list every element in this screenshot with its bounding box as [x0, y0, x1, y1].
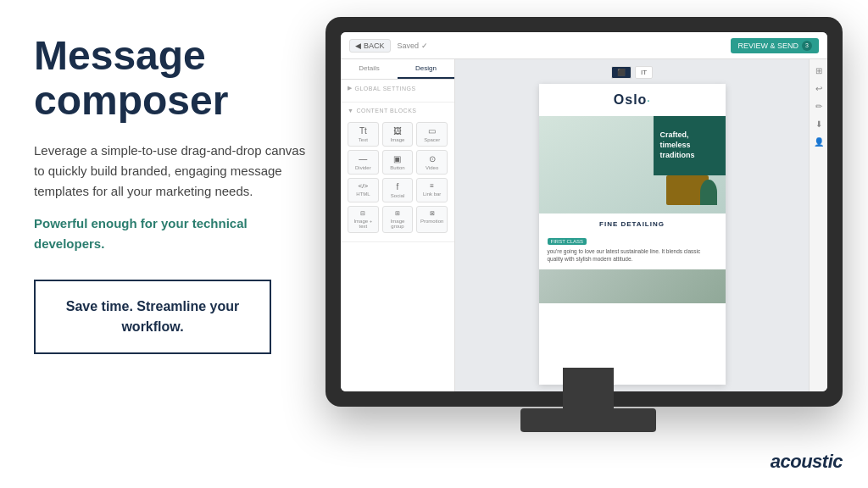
screen-canvas: ⬛ IT Oslo· [455, 59, 809, 391]
email-bottom-image [539, 269, 726, 303]
check-icon: ✓ [421, 42, 428, 50]
desktop-icon: ⬛ [617, 69, 626, 76]
monitor-container: ◀ BACK Saved ✓ REVIEW & SEND 3 [326, 17, 851, 466]
content-blocks-section: ▼ CONTENT BLOCKS Tt Text 🖼 Image [341, 103, 454, 242]
monitor-screen: ◀ BACK Saved ✓ REVIEW & SEND 3 [341, 32, 827, 391]
content-blocks-title: ▼ CONTENT BLOCKS [348, 108, 448, 114]
mobile-view-button[interactable]: IT [635, 66, 653, 79]
block-linkbar[interactable]: ≡ Link bar [416, 178, 448, 202]
button-icon: ▣ [393, 154, 401, 164]
divider-icon: — [359, 154, 367, 164]
block-button[interactable]: ▣ Button [382, 150, 414, 175]
hero-overlay-text: Crafted, timeless traditions [660, 130, 719, 160]
tab-design[interactable]: Design [398, 59, 454, 79]
chevron-right-icon: ▶ [348, 85, 353, 92]
left-panel: Message composer Leverage a simple-to-us… [34, 34, 314, 354]
screen-sidebar: Details Design ▶ GLOBAL SETTINGS [341, 59, 455, 391]
block-spacer[interactable]: ▭ Spacer [416, 122, 448, 147]
pen-icon[interactable]: ✏ [815, 102, 822, 111]
hero-plant [700, 180, 717, 205]
block-image-group[interactable]: ⊞ Image group [382, 206, 414, 233]
email-preview: Oslo· Crafted, timeless tra [539, 84, 726, 385]
block-social[interactable]: f Social [382, 178, 414, 202]
back-arrow-icon: ◀ [355, 42, 361, 50]
block-image[interactable]: 🖼 Image [382, 122, 414, 147]
highlight-text: Powerful enough for your technical devel… [34, 214, 314, 254]
hero-overlay: Crafted, timeless traditions [654, 116, 726, 175]
mobile-icon: IT [641, 69, 647, 76]
image-text-icon: ⊟ [360, 210, 365, 217]
screen-right-icons: ⊞ ↩ ✏ ⬇ 👤 [809, 59, 827, 391]
block-divider[interactable]: — Divider [348, 150, 379, 175]
canvas-toolbar: ⬛ IT [611, 66, 653, 79]
screen-body: Details Design ▶ GLOBAL SETTINGS [341, 59, 827, 391]
email-bottom-img-inner [539, 269, 726, 303]
description-text: Leverage a simple-to-use drag-and-drop c… [34, 141, 314, 202]
spacer-icon: ▭ [428, 126, 436, 136]
review-badge: 3 [802, 41, 812, 51]
email-hero: Crafted, timeless traditions [539, 116, 726, 214]
desktop-view-button[interactable]: ⬛ [611, 66, 632, 79]
review-send-button[interactable]: REVIEW & SEND 3 [731, 38, 819, 53]
image-group-icon: ⊞ [395, 210, 400, 217]
sidebar-tabs: Details Design [341, 59, 454, 80]
screen-header: ◀ BACK Saved ✓ REVIEW & SEND 3 [341, 32, 827, 59]
acoustic-logo: acoustic [771, 451, 843, 473]
email-header: Oslo· [539, 84, 726, 116]
email-section-body: FIRST CLASS you're going to love our lat… [539, 231, 726, 269]
email-body-text: you're going to love our latest sustaina… [548, 247, 717, 263]
image-icon: 🖼 [393, 126, 402, 136]
block-html[interactable]: </> HTML [348, 178, 379, 202]
html-icon: </> [359, 182, 369, 190]
email-pill: FIRST CLASS [548, 238, 587, 245]
block-promotion[interactable]: ⊠ Promotion [416, 206, 448, 233]
linkbar-icon: ≡ [430, 182, 434, 190]
main-title: Message composer [34, 34, 314, 124]
email-section-title: FINE DETAILING [539, 214, 726, 231]
block-image-text[interactable]: ⊟ Image + text [348, 206, 379, 233]
layers-icon[interactable]: ⊞ [815, 66, 822, 75]
cta-box[interactable]: Save time. Streamline your workflow. [34, 280, 271, 354]
email-brand: Oslo· [548, 92, 717, 108]
saved-label: Saved ✓ [398, 42, 429, 50]
block-text[interactable]: Tt Text [348, 122, 379, 147]
monitor-base [520, 408, 656, 432]
social-icon: f [397, 182, 399, 191]
global-settings-title: ▶ GLOBAL SETTINGS [348, 85, 448, 92]
cta-text: Save time. Streamline your workflow. [66, 299, 240, 334]
global-settings-section: ▶ GLOBAL SETTINGS [341, 80, 454, 103]
video-icon: ⊙ [429, 154, 436, 164]
person-icon[interactable]: 👤 [814, 137, 824, 147]
undo-icon[interactable]: ↩ [815, 84, 822, 93]
back-button[interactable]: ◀ BACK [349, 39, 391, 53]
promotion-icon: ⊠ [430, 210, 435, 217]
content-blocks-grid: Tt Text 🖼 Image ▭ Spacer [348, 119, 448, 236]
download-icon[interactable]: ⬇ [815, 119, 822, 129]
tab-details[interactable]: Details [341, 59, 398, 79]
block-video[interactable]: ⊙ Video [416, 150, 448, 175]
chevron-down-icon: ▼ [348, 108, 353, 114]
monitor-neck [563, 368, 614, 410]
monitor-outer: ◀ BACK Saved ✓ REVIEW & SEND 3 [326, 17, 843, 407]
text-icon: Tt [359, 126, 367, 136]
